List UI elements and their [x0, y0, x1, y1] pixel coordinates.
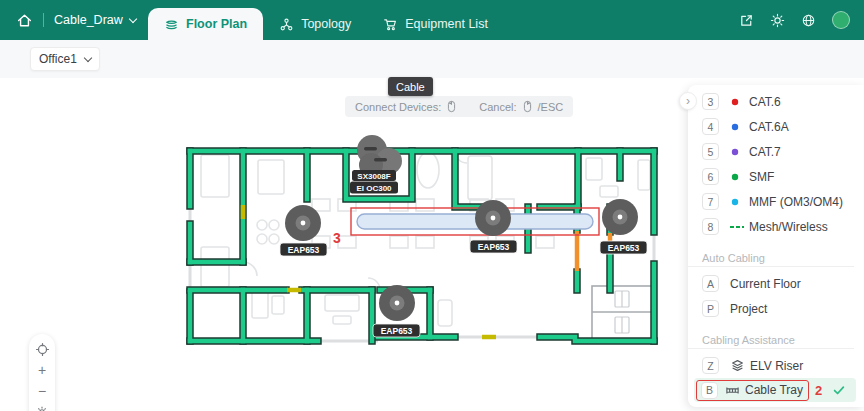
item-label: Cable Tray: [745, 383, 803, 397]
device-label: EAP653: [478, 242, 510, 252]
cable-type-cat6a[interactable]: 4 CAT.6A: [688, 114, 864, 139]
shortcut-badge: A: [702, 275, 719, 292]
cable-type-label: CAT.7: [749, 145, 781, 159]
cable-type-label: CAT.6A: [749, 120, 789, 134]
annotation-step-3: 3: [333, 230, 341, 246]
cable-tray-icon: [725, 383, 740, 398]
zoom-controls: + −: [29, 334, 55, 411]
auto-cabling-project[interactable]: P Project: [688, 296, 864, 321]
app-window: Cable_Draw Floor Plan Topology: [0, 0, 864, 411]
rack-label-1: SX3008F: [357, 172, 390, 181]
device-eap653-1[interactable]: EAP653: [280, 205, 327, 256]
assistance-elv-riser[interactable]: Z ELV Riser: [688, 353, 864, 378]
hint-bar: Connect Devices: Cancel: /ESC: [345, 96, 573, 117]
cable-type-cat7[interactable]: 5 CAT.7: [688, 139, 864, 164]
cable-tray[interactable]: [357, 214, 593, 229]
rack-label-2: EI OC300: [356, 184, 392, 193]
device-eap653-3[interactable]: EAP653: [600, 199, 647, 254]
walls-outline: [190, 151, 654, 341]
shortcut-badge: 4: [702, 118, 719, 135]
shortcut-badge: B: [701, 382, 718, 399]
elevator-block: [592, 286, 652, 339]
item-label: Project: [730, 302, 767, 316]
color-swatch: [730, 97, 744, 107]
annotation-step-2: 2: [815, 383, 822, 398]
hint-cancel-label: Cancel:: [479, 101, 516, 113]
panel-collapse-button[interactable]: ›: [679, 92, 697, 110]
color-swatch: [730, 172, 744, 182]
color-swatch: [730, 122, 744, 132]
device-label: EAP653: [608, 243, 640, 253]
shortcut-badge: 3: [702, 93, 719, 110]
elv-riser-icon: [730, 358, 745, 373]
locate-button[interactable]: [34, 341, 50, 357]
device-label: EAP653: [381, 326, 413, 336]
zoom-out-button[interactable]: −: [34, 383, 50, 399]
assistance-cable-tray[interactable]: B Cable Tray 2: [694, 378, 856, 402]
cable-type-cat6[interactable]: 3 CAT.6: [688, 89, 864, 114]
furniture-group: [201, 151, 650, 326]
device-label: EAP653: [288, 245, 320, 255]
section-auto-cabling: Auto Cabling: [688, 241, 854, 267]
shortcut-badge: 7: [702, 193, 719, 210]
cable-type-mmf[interactable]: 7 MMF (OM3/OM4): [688, 189, 864, 214]
shortcut-badge: 8: [702, 218, 719, 235]
zoom-in-button[interactable]: +: [34, 362, 50, 378]
auto-cabling-current-floor[interactable]: A Current Floor: [688, 271, 864, 296]
mouse-right-icon: [522, 100, 533, 113]
cable-type-label: MMF (OM3/OM4): [749, 195, 843, 209]
shortcut-badge: P: [702, 300, 719, 317]
hint-connect-label: Connect Devices:: [355, 101, 441, 113]
annotation-box-2: B Cable Tray: [696, 380, 809, 401]
hint-esc-label: /ESC: [538, 101, 564, 113]
check-icon: [832, 383, 846, 397]
dash-swatch: [730, 222, 744, 232]
gear-icon[interactable]: [34, 404, 50, 411]
cable-type-panel: › 3 CAT.6 4 CAT.6A 5 CAT.7 6 SMF 7 MMF (…: [688, 85, 864, 407]
shortcut-badge: Z: [702, 357, 719, 374]
cable-type-label: SMF: [749, 170, 774, 184]
item-label: ELV Riser: [750, 359, 803, 373]
rack-cluster[interactable]: SX3008F EI OC300: [350, 135, 402, 194]
cable-type-mesh[interactable]: 8 Mesh/Wireless: [688, 214, 864, 239]
section-cabling-assistance: Cabling Assistance: [688, 323, 854, 349]
cable-type-label: Mesh/Wireless: [749, 220, 828, 234]
cable-type-label: CAT.6: [749, 95, 781, 109]
cable-type-smf[interactable]: 6 SMF: [688, 164, 864, 189]
item-label: Current Floor: [730, 277, 801, 291]
color-swatch: [730, 147, 744, 157]
shortcut-badge: 6: [702, 168, 719, 185]
cable-tooltip: Cable: [388, 77, 433, 96]
shortcut-badge: 5: [702, 143, 719, 160]
collapse-chevron-icon: ›: [686, 94, 690, 108]
cable-tooltip-text: Cable: [396, 81, 425, 93]
mouse-left-icon: [446, 100, 457, 113]
walls-group: [190, 151, 654, 341]
color-swatch: [730, 197, 744, 207]
